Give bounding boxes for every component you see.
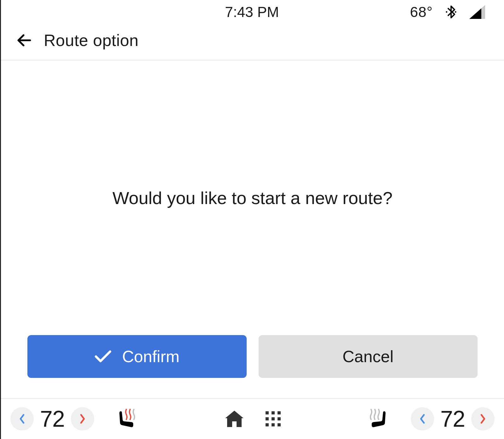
svg-marker-3: [469, 9, 481, 19]
right-temp-down-button[interactable]: [411, 407, 434, 430]
home-button[interactable]: [223, 409, 245, 429]
svg-point-1: [455, 11, 456, 13]
chevron-right-icon: [480, 414, 486, 424]
page-title: Route option: [44, 31, 139, 50]
bluetooth-icon: [444, 5, 458, 19]
header-bar: Route option: [1, 24, 504, 60]
heated-seat-left-icon[interactable]: [115, 408, 139, 430]
action-row: Confirm Cancel: [1, 335, 504, 398]
apps-grid-icon: [264, 410, 282, 428]
svg-rect-7: [266, 417, 269, 420]
back-arrow-icon: [15, 31, 33, 49]
svg-rect-12: [278, 423, 281, 426]
left-temp-up-button[interactable]: [71, 407, 94, 430]
center-nav-icons: [223, 409, 282, 429]
svg-rect-8: [272, 417, 275, 420]
svg-rect-4: [266, 411, 269, 414]
right-climate-group: 72: [366, 406, 495, 432]
svg-point-0: [446, 11, 447, 13]
confirm-button[interactable]: Confirm: [27, 335, 247, 378]
status-time: 7:43 PM: [225, 3, 279, 20]
status-bar: 7:43 PM 68°: [1, 0, 504, 24]
signal-icon: [469, 5, 485, 19]
back-button[interactable]: [14, 30, 35, 51]
left-temp-value: 72: [40, 406, 65, 432]
prompt-area: Would you like to start a new route?: [1, 60, 504, 335]
confirm-label: Confirm: [122, 347, 180, 366]
svg-rect-11: [272, 423, 275, 426]
left-temp-down-button[interactable]: [10, 407, 34, 430]
main-content: Would you like to start a new route? Con…: [1, 60, 504, 398]
left-climate-group: 72: [10, 406, 139, 432]
chevron-right-icon: [79, 414, 86, 424]
heated-seat-right-icon[interactable]: [366, 408, 390, 430]
outside-temperature: 68°: [410, 3, 433, 20]
home-icon: [223, 409, 245, 429]
right-temp-up-button[interactable]: [471, 407, 495, 430]
bottom-bar: 72: [1, 398, 504, 439]
right-temp-value: 72: [440, 406, 465, 432]
apps-button[interactable]: [264, 410, 282, 428]
check-icon: [94, 350, 112, 363]
svg-rect-5: [272, 411, 275, 414]
prompt-question: Would you like to start a new route?: [112, 188, 392, 208]
cancel-button[interactable]: Cancel: [259, 335, 478, 378]
svg-rect-10: [266, 423, 269, 426]
svg-rect-9: [278, 417, 281, 420]
chevron-left-icon: [419, 414, 426, 424]
svg-rect-6: [278, 411, 281, 414]
chevron-left-icon: [19, 414, 25, 424]
cancel-label: Cancel: [342, 347, 393, 366]
